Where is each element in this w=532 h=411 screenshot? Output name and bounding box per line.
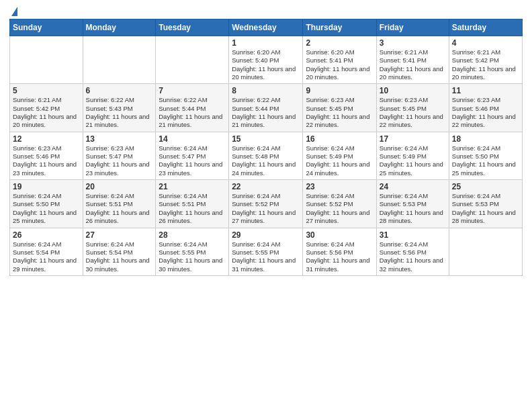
calendar-cell: 4Sunrise: 6:21 AM Sunset: 5:42 PM Daylig… bbox=[449, 36, 522, 84]
calendar-cell: 1Sunrise: 6:20 AM Sunset: 5:40 PM Daylig… bbox=[229, 36, 303, 84]
day-info: Sunrise: 6:24 AM Sunset: 5:53 PM Dayligh… bbox=[380, 192, 446, 225]
logo bbox=[9, 7, 17, 15]
calendar-header-row: SundayMondayTuesdayWednesdayThursdayFrid… bbox=[10, 19, 523, 36]
day-number: 20 bbox=[86, 182, 153, 191]
day-info: Sunrise: 6:24 AM Sunset: 5:55 PM Dayligh… bbox=[159, 240, 226, 273]
calendar-cell: 3Sunrise: 6:21 AM Sunset: 5:41 PM Daylig… bbox=[376, 36, 449, 84]
day-info: Sunrise: 6:23 AM Sunset: 5:47 PM Dayligh… bbox=[86, 144, 153, 177]
calendar-cell: 17Sunrise: 6:24 AM Sunset: 5:49 PM Dayli… bbox=[376, 132, 449, 179]
calendar-cell: 2Sunrise: 6:20 AM Sunset: 5:41 PM Daylig… bbox=[303, 36, 376, 84]
day-info: Sunrise: 6:24 AM Sunset: 5:52 PM Dayligh… bbox=[232, 192, 300, 225]
day-number: 22 bbox=[232, 182, 300, 191]
calendar-cell bbox=[10, 36, 83, 84]
calendar-cell: 10Sunrise: 6:23 AM Sunset: 5:45 PM Dayli… bbox=[376, 84, 449, 132]
day-number: 11 bbox=[452, 86, 519, 95]
day-info: Sunrise: 6:21 AM Sunset: 5:42 PM Dayligh… bbox=[452, 48, 519, 81]
day-header-thursday: Thursday bbox=[303, 19, 376, 36]
calendar-cell: 31Sunrise: 6:24 AM Sunset: 5:56 PM Dayli… bbox=[376, 228, 449, 275]
calendar-week-row: 1Sunrise: 6:20 AM Sunset: 5:40 PM Daylig… bbox=[10, 36, 523, 84]
day-info: Sunrise: 6:23 AM Sunset: 5:45 PM Dayligh… bbox=[380, 96, 446, 129]
day-info: Sunrise: 6:24 AM Sunset: 5:50 PM Dayligh… bbox=[13, 192, 80, 225]
day-info: Sunrise: 6:24 AM Sunset: 5:49 PM Dayligh… bbox=[306, 144, 373, 177]
calendar-cell: 5Sunrise: 6:21 AM Sunset: 5:42 PM Daylig… bbox=[10, 84, 83, 132]
day-info: Sunrise: 6:24 AM Sunset: 5:50 PM Dayligh… bbox=[452, 144, 519, 177]
calendar-cell bbox=[449, 228, 522, 275]
calendar-cell: 29Sunrise: 6:24 AM Sunset: 5:55 PM Dayli… bbox=[229, 228, 303, 275]
calendar-week-row: 26Sunrise: 6:24 AM Sunset: 5:54 PM Dayli… bbox=[10, 228, 523, 275]
day-info: Sunrise: 6:22 AM Sunset: 5:44 PM Dayligh… bbox=[159, 96, 226, 129]
day-number: 31 bbox=[380, 230, 446, 240]
day-info: Sunrise: 6:20 AM Sunset: 5:40 PM Dayligh… bbox=[232, 48, 300, 81]
day-number: 12 bbox=[13, 134, 80, 144]
calendar-cell: 6Sunrise: 6:22 AM Sunset: 5:43 PM Daylig… bbox=[83, 84, 156, 132]
day-info: Sunrise: 6:22 AM Sunset: 5:43 PM Dayligh… bbox=[86, 96, 153, 129]
day-info: Sunrise: 6:24 AM Sunset: 5:47 PM Dayligh… bbox=[159, 144, 226, 177]
day-number: 2 bbox=[306, 38, 373, 48]
header bbox=[9, 7, 523, 15]
day-number: 28 bbox=[159, 230, 226, 240]
day-header-friday: Friday bbox=[376, 19, 449, 36]
day-info: Sunrise: 6:24 AM Sunset: 5:55 PM Dayligh… bbox=[232, 240, 300, 273]
calendar-week-row: 19Sunrise: 6:24 AM Sunset: 5:50 PM Dayli… bbox=[10, 180, 523, 228]
day-header-tuesday: Tuesday bbox=[156, 19, 229, 36]
day-number: 5 bbox=[13, 86, 80, 95]
day-number: 29 bbox=[232, 230, 300, 240]
day-info: Sunrise: 6:20 AM Sunset: 5:41 PM Dayligh… bbox=[306, 48, 373, 81]
calendar-cell: 12Sunrise: 6:23 AM Sunset: 5:46 PM Dayli… bbox=[10, 132, 83, 179]
calendar-week-row: 12Sunrise: 6:23 AM Sunset: 5:46 PM Dayli… bbox=[10, 132, 523, 179]
day-number: 26 bbox=[13, 230, 80, 240]
calendar-cell: 9Sunrise: 6:23 AM Sunset: 5:45 PM Daylig… bbox=[303, 84, 376, 132]
day-number: 24 bbox=[380, 182, 446, 191]
day-number: 4 bbox=[452, 38, 519, 48]
day-info: Sunrise: 6:24 AM Sunset: 5:56 PM Dayligh… bbox=[306, 240, 373, 273]
day-info: Sunrise: 6:23 AM Sunset: 5:46 PM Dayligh… bbox=[13, 144, 80, 177]
day-header-sunday: Sunday bbox=[10, 19, 83, 36]
page: SundayMondayTuesdayWednesdayThursdayFrid… bbox=[0, 0, 532, 411]
day-number: 3 bbox=[380, 38, 446, 48]
day-header-monday: Monday bbox=[83, 19, 156, 36]
day-number: 21 bbox=[159, 182, 226, 191]
day-info: Sunrise: 6:21 AM Sunset: 5:42 PM Dayligh… bbox=[13, 96, 80, 129]
day-number: 18 bbox=[452, 134, 519, 144]
day-info: Sunrise: 6:24 AM Sunset: 5:51 PM Dayligh… bbox=[86, 192, 153, 225]
day-number: 7 bbox=[159, 86, 226, 95]
calendar-cell bbox=[156, 36, 229, 84]
day-info: Sunrise: 6:24 AM Sunset: 5:49 PM Dayligh… bbox=[380, 144, 446, 177]
calendar-cell: 7Sunrise: 6:22 AM Sunset: 5:44 PM Daylig… bbox=[156, 84, 229, 132]
day-number: 6 bbox=[86, 86, 153, 95]
calendar-cell: 15Sunrise: 6:24 AM Sunset: 5:48 PM Dayli… bbox=[229, 132, 303, 179]
calendar-cell: 26Sunrise: 6:24 AM Sunset: 5:54 PM Dayli… bbox=[10, 228, 83, 275]
calendar-cell: 27Sunrise: 6:24 AM Sunset: 5:54 PM Dayli… bbox=[83, 228, 156, 275]
day-number: 8 bbox=[232, 86, 300, 95]
day-number: 17 bbox=[380, 134, 446, 144]
day-header-saturday: Saturday bbox=[449, 19, 522, 36]
calendar-cell: 24Sunrise: 6:24 AM Sunset: 5:53 PM Dayli… bbox=[376, 180, 449, 228]
calendar-cell: 21Sunrise: 6:24 AM Sunset: 5:51 PM Dayli… bbox=[156, 180, 229, 228]
calendar-cell bbox=[83, 36, 156, 84]
day-info: Sunrise: 6:23 AM Sunset: 5:46 PM Dayligh… bbox=[452, 96, 519, 129]
day-number: 1 bbox=[232, 38, 300, 48]
day-number: 19 bbox=[13, 182, 80, 191]
calendar-cell: 25Sunrise: 6:24 AM Sunset: 5:53 PM Dayli… bbox=[449, 180, 522, 228]
day-info: Sunrise: 6:24 AM Sunset: 5:48 PM Dayligh… bbox=[232, 144, 300, 177]
day-number: 13 bbox=[86, 134, 153, 144]
day-info: Sunrise: 6:21 AM Sunset: 5:41 PM Dayligh… bbox=[380, 48, 446, 81]
calendar-cell: 19Sunrise: 6:24 AM Sunset: 5:50 PM Dayli… bbox=[10, 180, 83, 228]
calendar-cell: 16Sunrise: 6:24 AM Sunset: 5:49 PM Dayli… bbox=[303, 132, 376, 179]
day-info: Sunrise: 6:24 AM Sunset: 5:56 PM Dayligh… bbox=[380, 240, 446, 273]
day-number: 23 bbox=[306, 182, 373, 191]
day-info: Sunrise: 6:24 AM Sunset: 5:52 PM Dayligh… bbox=[306, 192, 373, 225]
calendar-cell: 14Sunrise: 6:24 AM Sunset: 5:47 PM Dayli… bbox=[156, 132, 229, 179]
calendar-cell: 13Sunrise: 6:23 AM Sunset: 5:47 PM Dayli… bbox=[83, 132, 156, 179]
calendar-cell: 22Sunrise: 6:24 AM Sunset: 5:52 PM Dayli… bbox=[229, 180, 303, 228]
calendar-cell: 30Sunrise: 6:24 AM Sunset: 5:56 PM Dayli… bbox=[303, 228, 376, 275]
calendar-cell: 11Sunrise: 6:23 AM Sunset: 5:46 PM Dayli… bbox=[449, 84, 522, 132]
day-info: Sunrise: 6:24 AM Sunset: 5:51 PM Dayligh… bbox=[159, 192, 226, 225]
day-number: 10 bbox=[380, 86, 446, 95]
day-number: 14 bbox=[159, 134, 226, 144]
calendar-cell: 18Sunrise: 6:24 AM Sunset: 5:50 PM Dayli… bbox=[449, 132, 522, 179]
logo-triangle-icon bbox=[11, 7, 17, 16]
calendar-cell: 8Sunrise: 6:22 AM Sunset: 5:44 PM Daylig… bbox=[229, 84, 303, 132]
day-info: Sunrise: 6:24 AM Sunset: 5:53 PM Dayligh… bbox=[452, 192, 519, 225]
day-info: Sunrise: 6:23 AM Sunset: 5:45 PM Dayligh… bbox=[306, 96, 373, 129]
